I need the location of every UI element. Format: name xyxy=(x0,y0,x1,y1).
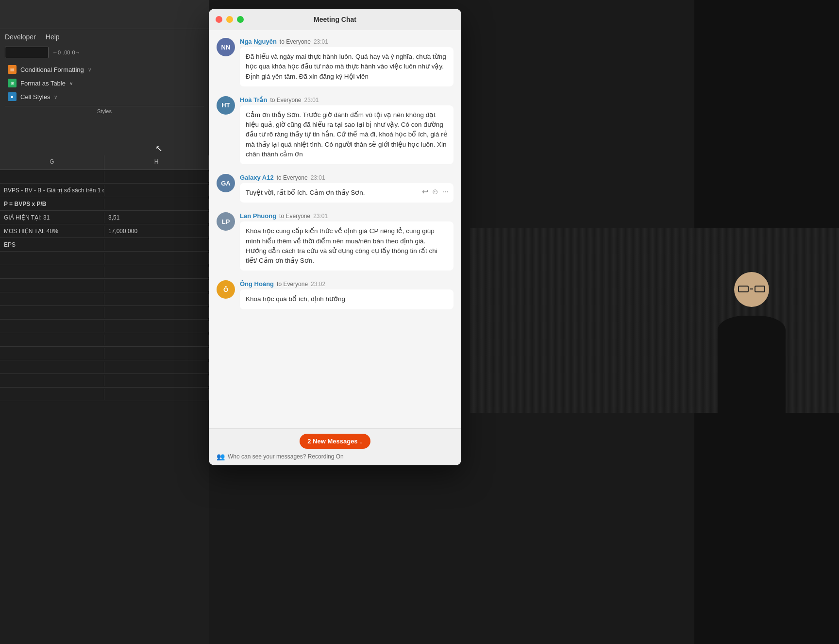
cell-g11[interactable] xyxy=(0,307,104,318)
cell-h9[interactable] xyxy=(104,280,209,291)
menu-developer[interactable]: Developer xyxy=(5,33,36,41)
message-header-lp: Lan Phuong to Everyone 23:01 xyxy=(240,212,453,220)
format-as-table-button[interactable]: ⊞ Format as Table ∨ xyxy=(5,77,204,89)
message-group-oh: Ô Ông Hoàng to Everyone 23:02 Khoá học q… xyxy=(217,280,453,309)
cell-g3[interactable]: P = BVPS x P/B xyxy=(0,199,104,209)
cell-g13[interactable] xyxy=(0,335,104,345)
message-group-lp: LP Lan Phuong to Everyone 23:01 Khóa học… xyxy=(217,212,453,271)
styles-group-label: Styles xyxy=(5,106,204,116)
cell-h16[interactable] xyxy=(104,375,209,386)
cell-g12[interactable] xyxy=(0,321,104,332)
cell-g10[interactable] xyxy=(0,294,104,305)
chat-footer: 2 New Messages ↓ 👥 Who can see your mess… xyxy=(209,428,461,465)
cell-h3[interactable] xyxy=(104,199,209,209)
timestamp-nn: 23:01 xyxy=(314,38,328,45)
conditional-formatting-label: Conditional Formatting xyxy=(20,66,84,73)
table-row xyxy=(0,170,209,184)
cell-h12[interactable] xyxy=(104,321,209,332)
table-row xyxy=(0,320,209,333)
sender-name-nn: Nga Nguyên xyxy=(240,38,277,45)
title-bar: Meeting Chat xyxy=(209,9,461,30)
cell-h14[interactable] xyxy=(104,348,209,359)
cell-g14[interactable] xyxy=(0,348,104,359)
message-text-lp: Khóa học cung cấp kiến thức về định giá … xyxy=(246,227,437,264)
cell-g17[interactable] xyxy=(0,389,104,400)
cell-h13[interactable] xyxy=(104,335,209,345)
table-row: GIÁ HIỆN TẠI: 31 3,51 xyxy=(0,211,209,224)
message-content-lp: Lan Phuong to Everyone 23:01 Khóa học cu… xyxy=(240,212,453,271)
person-figure xyxy=(703,257,800,413)
message-content-oh: Ông Hoàng to Everyone 23:02 Khoá học quá… xyxy=(240,280,453,309)
format-as-table-icon: ⊞ xyxy=(8,79,17,87)
cell-g15[interactable] xyxy=(0,362,104,373)
table-row xyxy=(0,252,209,265)
timestamp-lp: 23:01 xyxy=(313,213,328,220)
sender-name-ga: Galaxy A12 xyxy=(240,174,274,181)
chat-messages-container[interactable]: NN Nga Nguyên to Everyone 23:01 Đã hiểu … xyxy=(209,30,461,428)
to-everyone-ht: to Everyone xyxy=(270,97,301,103)
message-actions-ga: ↩ ☺ ··· xyxy=(422,186,449,198)
cell-g9[interactable] xyxy=(0,280,104,291)
message-group-ga: GA Galaxy A12 to Everyone 23:01 Tuyệt vờ… xyxy=(217,174,453,203)
cell-h17[interactable] xyxy=(104,389,209,400)
cell-h15[interactable] xyxy=(104,362,209,373)
excel-spreadsheet[interactable]: G H BVPS - BV - B - Giá trị sổ sách trên… xyxy=(0,155,209,644)
cell-styles-icon: ■ xyxy=(8,92,17,101)
cell-h6[interactable] xyxy=(104,239,209,250)
cell-g1[interactable] xyxy=(0,171,104,182)
menu-help[interactable]: Help xyxy=(46,33,60,41)
sender-name-oh: Ông Hoàng xyxy=(240,280,274,288)
reply-action-btn[interactable]: ↩ xyxy=(422,186,428,198)
close-button[interactable] xyxy=(216,16,222,23)
cell-styles-chevron: ∨ xyxy=(54,94,57,100)
cell-h4[interactable]: 3,51 xyxy=(104,212,209,223)
cell-h11[interactable] xyxy=(104,307,209,318)
cell-h7[interactable] xyxy=(104,253,209,264)
table-row: MOS HIỆN TẠI: 40% 17,000,000 xyxy=(0,224,209,238)
table-row xyxy=(0,306,209,320)
cell-g8[interactable] xyxy=(0,267,104,277)
cursor-pointer: ↖ xyxy=(155,143,163,154)
message-bubble-ht: Cảm ơn thầy Sơn. Trước giờ đánh đấm vô t… xyxy=(240,105,453,164)
to-everyone-oh: to Everyone xyxy=(277,281,308,288)
col-g-header: G xyxy=(0,155,104,169)
table-row: P = BVPS x P/B xyxy=(0,197,209,211)
table-row xyxy=(0,360,209,374)
cell-h1[interactable] xyxy=(104,171,209,182)
message-text-ga: Tuyệt vời, rất bổ ích. Cảm ơn thầy Sơn. xyxy=(246,189,365,196)
conditional-formatting-icon: ▤ xyxy=(8,65,17,74)
cell-g4[interactable]: GIÁ HIỆN TẠI: 31 xyxy=(0,212,104,223)
col-h-header: H xyxy=(104,155,209,169)
more-action-btn[interactable]: ··· xyxy=(442,186,449,198)
maximize-button[interactable] xyxy=(237,16,244,23)
minimize-button[interactable] xyxy=(226,16,233,23)
message-header-ga: Galaxy A12 to Everyone 23:01 xyxy=(240,174,453,181)
cell-g2[interactable]: BVPS - BV - B - Giá trị sổ sách trên 1 c… xyxy=(0,185,104,196)
person-head xyxy=(734,272,769,307)
cell-g16[interactable] xyxy=(0,375,104,386)
cell-g5[interactable]: MOS HIỆN TẠI: 40% xyxy=(0,226,104,237)
cell-h8[interactable] xyxy=(104,267,209,277)
cell-h5[interactable]: 17,000,000 xyxy=(104,226,209,237)
video-content xyxy=(470,228,839,413)
emoji-action-btn[interactable]: ☺ xyxy=(431,186,439,198)
conditional-formatting-button[interactable]: ▤ Conditional Formatting ∨ xyxy=(5,63,204,76)
table-row: BVPS - BV - B - Giá trị sổ sách trên 1 c… xyxy=(0,184,209,197)
cell-styles-button[interactable]: ■ Cell Styles ∨ xyxy=(5,90,204,103)
cell-g6[interactable]: EPS xyxy=(0,239,104,250)
name-box[interactable] xyxy=(5,47,49,58)
message-text-ht: Cảm ơn thầy Sơn. Trước giờ đánh đấm vô t… xyxy=(246,111,448,158)
new-messages-button[interactable]: 2 New Messages ↓ xyxy=(300,434,370,449)
cell-styles-label: Cell Styles xyxy=(20,93,50,101)
table-row xyxy=(0,388,209,401)
avatar-oh: Ô xyxy=(217,280,235,299)
cell-g7[interactable] xyxy=(0,253,104,264)
excel-ribbon: Developer Help ←0.000→ ▤ Conditional For… xyxy=(0,0,209,155)
message-header-nn: Nga Nguyên to Everyone 23:01 xyxy=(240,38,453,45)
cell-h10[interactable] xyxy=(104,294,209,305)
message-group-nn: NN Nga Nguyên to Everyone 23:01 Đã hiểu … xyxy=(217,38,453,86)
message-bubble-ga: Tuyệt vời, rất bổ ích. Cảm ơn thầy Sơn. … xyxy=(240,183,453,203)
cell-h2[interactable] xyxy=(104,185,209,196)
glasses xyxy=(738,286,765,292)
to-everyone-lp: to Everyone xyxy=(279,213,310,220)
